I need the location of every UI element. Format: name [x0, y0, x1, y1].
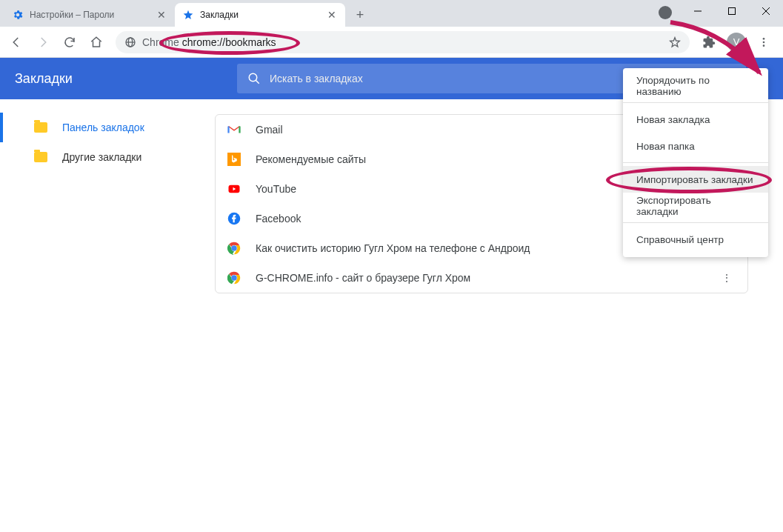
window-titlebar: Настройки – Пароли ✕ Закладки ✕ +	[0, 0, 783, 27]
reload-button[interactable]	[58, 30, 81, 54]
chrome-menu-button[interactable]	[752, 30, 776, 54]
menu-import-bookmarks[interactable]: Импортировать закладки	[623, 166, 768, 193]
svg-rect-1	[729, 8, 736, 15]
new-tab-button[interactable]: +	[350, 4, 370, 25]
gear-icon	[12, 9, 24, 21]
svg-point-10	[249, 73, 257, 82]
tab-title: Закладки	[200, 10, 320, 20]
close-icon[interactable]: ✕	[326, 9, 338, 21]
window-controls	[681, 0, 783, 22]
profile-avatar[interactable]: V	[727, 33, 746, 52]
svg-point-9	[763, 44, 765, 47]
forward-button[interactable]	[31, 30, 55, 54]
extension-badge-icon[interactable]	[659, 6, 672, 19]
maximize-button[interactable]	[715, 0, 749, 22]
chrome-icon	[227, 242, 241, 255]
omnibox-url: chrome://bookmarks	[182, 36, 276, 48]
close-icon[interactable]: ✕	[156, 9, 167, 21]
bookmark-row[interactable]: G-CHROME.info - сайт о браузере Гугл Хро…	[216, 263, 747, 293]
back-button[interactable]	[4, 30, 28, 54]
gmail-icon	[227, 123, 241, 136]
sidebar-item-label: Другие закладки	[62, 151, 141, 163]
menu-separator	[623, 162, 768, 163]
extensions-icon[interactable]	[697, 30, 721, 54]
tab-title: Настройки – Пароли	[30, 10, 150, 20]
tab-strip: Настройки – Пароли ✕ Закладки ✕ +	[0, 0, 370, 27]
minimize-button[interactable]	[681, 0, 715, 22]
sidebar-item-other-bookmarks[interactable]: Другие закладки	[0, 142, 215, 172]
chrome-icon	[227, 271, 241, 285]
address-bar[interactable]: Chrome chrome://bookmarks	[116, 31, 690, 53]
svg-point-7	[763, 38, 765, 40]
tab-bookmarks[interactable]: Закладки ✕	[175, 3, 345, 27]
svg-point-23	[231, 275, 237, 281]
search-icon	[247, 72, 261, 85]
svg-line-11	[256, 80, 259, 84]
menu-separator	[623, 222, 768, 223]
folder-icon	[34, 122, 47, 133]
folder-icon	[34, 152, 47, 162]
menu-export-bookmarks[interactable]: Экспортировать закладки	[623, 193, 768, 219]
menu-separator	[623, 102, 768, 103]
close-window-button[interactable]	[749, 0, 783, 22]
sidebar-item-label: Панель закладок	[62, 122, 144, 133]
bing-icon	[227, 153, 241, 166]
toolbar-right: V	[697, 30, 779, 54]
svg-point-8	[763, 41, 765, 43]
youtube-icon	[227, 182, 241, 196]
tab-settings-passwords[interactable]: Настройки – Пароли ✕	[4, 3, 175, 27]
sidebar-item-bookmarks-bar[interactable]: Панель закладок	[0, 113, 215, 142]
search-placeholder: Искать в закладках	[270, 73, 363, 84]
menu-new-bookmark[interactable]: Новая закладка	[623, 106, 768, 133]
home-button[interactable]	[84, 30, 108, 54]
sidebar: Панель закладок Другие закладки	[0, 99, 215, 532]
bookmark-star-icon[interactable]	[669, 36, 681, 48]
page-title: Закладки	[0, 71, 237, 87]
bookmark-title: G-CHROME.info - сайт о браузере Гугл Хро…	[256, 272, 703, 284]
menu-sort-by-name[interactable]: Упорядочить по названию	[623, 73, 768, 99]
svg-rect-16	[227, 153, 241, 166]
bookmarks-context-menu: Упорядочить по названию Новая закладка Н…	[623, 68, 768, 257]
menu-new-folder[interactable]: Новая папка	[623, 133, 768, 159]
row-menu-icon[interactable]: ⋮	[718, 272, 736, 284]
star-icon	[182, 9, 194, 21]
facebook-icon	[227, 212, 241, 225]
omnibox-prefix: Chrome	[142, 36, 179, 48]
site-info-icon	[124, 36, 136, 48]
menu-help-center[interactable]: Справочный центр	[623, 226, 768, 253]
browser-toolbar: Chrome chrome://bookmarks V	[0, 27, 783, 58]
